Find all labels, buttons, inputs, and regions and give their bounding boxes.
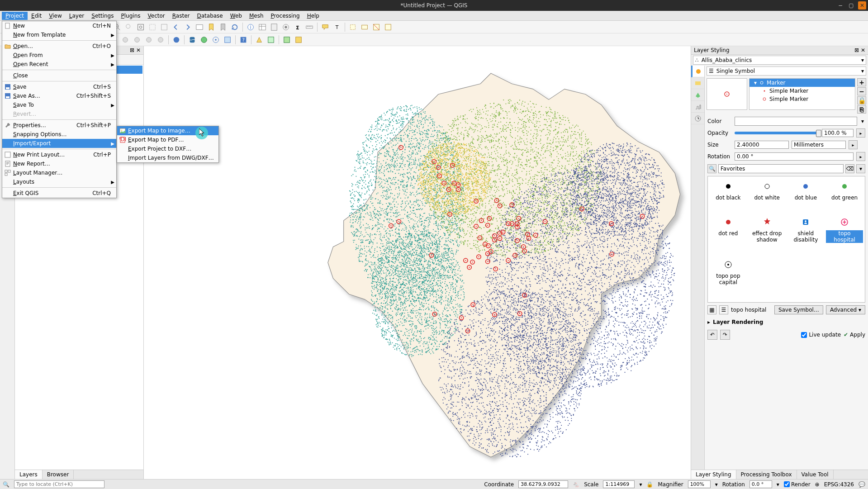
- live-update-checkbox[interactable]: Live update: [801, 332, 841, 338]
- duplicate-symbol-layer-button[interactable]: ⎘: [857, 105, 866, 114]
- menu-item-import-export[interactable]: Import/Export▶: [2, 139, 116, 148]
- opacity-datadef-button[interactable]: ▸: [856, 128, 865, 138]
- scale-lock-icon[interactable]: 🔒: [646, 481, 653, 488]
- view-grid-icon[interactable]: ▦: [707, 305, 716, 314]
- 3d-tab-icon[interactable]: [691, 89, 704, 101]
- add-symbol-layer-button[interactable]: +: [857, 78, 866, 86]
- remove-symbol-layer-button[interactable]: −: [857, 87, 866, 95]
- labels-tab-icon[interactable]: [691, 77, 704, 89]
- plugin-icon-4[interactable]: [281, 34, 292, 45]
- menu-help[interactable]: Help: [304, 12, 323, 20]
- tab-browser[interactable]: Browser: [43, 470, 74, 479]
- menu-view[interactable]: View: [45, 12, 65, 20]
- menu-item-open-[interactable]: Open…Ctrl+O: [2, 42, 116, 51]
- layer-select[interactable]: ∴ Allis_Ababa_clinics ▾: [693, 56, 866, 65]
- help-icon[interactable]: ?: [238, 34, 249, 45]
- menu-database[interactable]: Database: [193, 12, 226, 20]
- plugin-icon-3[interactable]: [266, 34, 276, 45]
- history-tab-icon[interactable]: [691, 113, 704, 124]
- submenu-item-import-layers-from-dwg-dxf-[interactable]: Import Layers from DWG/DXF…: [117, 153, 218, 162]
- locator-icon[interactable]: 🔍: [3, 481, 9, 488]
- redo-style-button[interactable]: ↷: [720, 330, 730, 340]
- rotate-label-icon[interactable]: [143, 34, 154, 45]
- favorite-dot-blue[interactable]: dot blue: [787, 181, 825, 213]
- menu-plugins[interactable]: Plugins: [118, 12, 144, 20]
- menu-processing[interactable]: Processing: [267, 12, 304, 20]
- locator-input[interactable]: [14, 480, 104, 488]
- menu-item-new[interactable]: NewCtrl+N: [2, 21, 116, 30]
- new-map-view-icon[interactable]: [194, 22, 205, 33]
- map-canvas[interactable]: [144, 46, 691, 479]
- messages-icon[interactable]: 💬: [859, 481, 865, 488]
- measure-icon[interactable]: [304, 22, 315, 33]
- menu-mesh[interactable]: Mesh: [246, 12, 267, 20]
- render-checkbox[interactable]: Render: [784, 481, 811, 488]
- rotation-datadef-button[interactable]: ▸: [856, 152, 865, 161]
- favorite-effect-drop-shadow[interactable]: effect drop shadow: [749, 217, 786, 255]
- favorites-search-icon[interactable]: 🔍: [707, 164, 716, 173]
- temp-bookmark-icon[interactable]: [218, 22, 228, 33]
- tab-layers[interactable]: Layers: [15, 470, 43, 479]
- scale-select[interactable]: [603, 480, 635, 488]
- metasearch-icon[interactable]: [171, 34, 182, 45]
- zoom-selection-icon[interactable]: [147, 22, 158, 33]
- menu-item-layout-manager-[interactable]: Layout Manager…: [2, 168, 116, 177]
- submenu-item-export-map-to-image-[interactable]: Export Map to Image…: [117, 126, 218, 135]
- window-close-button[interactable]: ✕: [858, 1, 866, 9]
- menu-settings[interactable]: Settings: [88, 12, 117, 20]
- magnifier-spinbox[interactable]: [688, 480, 711, 488]
- menu-item-new-report-[interactable]: New Report…: [2, 159, 116, 168]
- maptips-icon[interactable]: [320, 22, 331, 33]
- move-label-icon[interactable]: [132, 34, 142, 45]
- view-list-icon[interactable]: ☰: [719, 305, 728, 314]
- tab-value-tool[interactable]: Value Tool: [797, 470, 834, 479]
- plugin-icon-2[interactable]: [254, 34, 265, 45]
- annotation-icon[interactable]: T: [332, 22, 342, 33]
- submenu-item-export-project-to-dxf-[interactable]: Export Project to DXF…: [117, 144, 218, 153]
- deselect-icon[interactable]: [371, 22, 382, 33]
- undo-style-button[interactable]: ↶: [707, 330, 717, 340]
- menu-item-open-recent[interactable]: Open Recent▶: [2, 60, 116, 69]
- favorite-shield-disability[interactable]: shield disability: [787, 217, 825, 255]
- coordinate-display[interactable]: [518, 480, 568, 488]
- marker-tree[interactable]: ▾Marker Simple Marker Simple Marker: [749, 78, 855, 110]
- extents-icon[interactable]: 🐁: [573, 481, 579, 488]
- layer-rendering-header[interactable]: ▸Layer Rendering: [707, 319, 865, 325]
- size-spinbox[interactable]: [735, 141, 789, 149]
- geolocate-icon[interactable]: [210, 34, 221, 45]
- menu-edit[interactable]: Edit: [28, 12, 45, 20]
- zoom-layer-icon[interactable]: [159, 22, 170, 33]
- advanced-button[interactable]: Advanced ▾: [826, 305, 865, 314]
- menu-layer[interactable]: Layer: [66, 12, 88, 20]
- symbology-tab-icon[interactable]: [691, 66, 704, 77]
- menu-item-save-to[interactable]: Save To▶: [2, 100, 116, 109]
- globe-icon[interactable]: [199, 34, 209, 45]
- favorite-dot-red[interactable]: dot red: [710, 217, 747, 255]
- favorite-topo-hospital[interactable]: topo hospital: [826, 217, 863, 255]
- zoom-last-icon[interactable]: [171, 22, 181, 33]
- favorite-dot-white[interactable]: dot white: [749, 181, 786, 213]
- save-symbol-button[interactable]: Save Symbol…: [774, 305, 823, 314]
- menu-item-layouts[interactable]: Layouts▶: [2, 177, 116, 186]
- lock-symbol-layer-button[interactable]: 🔒: [857, 96, 866, 104]
- tab-processing-toolbox[interactable]: Processing Toolbox: [736, 470, 797, 479]
- plugin-icon-5[interactable]: [293, 34, 304, 45]
- layer-styling-close-icon[interactable]: ⊠ ✕: [854, 47, 865, 53]
- diagram-tab-icon[interactable]: [691, 101, 704, 113]
- menu-item-save[interactable]: SaveCtrl+S: [2, 82, 116, 91]
- layers-panel-close-icon[interactable]: ⊠ ✕: [130, 47, 141, 53]
- opacity-slider[interactable]: [735, 132, 819, 134]
- menu-web[interactable]: Web: [227, 12, 246, 20]
- size-datadef-button[interactable]: ▸: [849, 140, 858, 149]
- menu-item-open-from[interactable]: Open From▶: [2, 51, 116, 60]
- zoom-full-icon[interactable]: [135, 22, 146, 33]
- symbol-type-select[interactable]: ☰ Single Symbol ▾: [707, 66, 866, 76]
- show-pinned-icon[interactable]: [120, 34, 131, 45]
- field-calc-icon[interactable]: [269, 22, 280, 33]
- python-console-icon[interactable]: [187, 34, 198, 45]
- attribute-table-icon[interactable]: [257, 22, 268, 33]
- color-swatch[interactable]: [735, 117, 857, 126]
- change-label-icon[interactable]: [155, 34, 166, 45]
- size-unit-select[interactable]: [792, 141, 846, 149]
- window-minimize-button[interactable]: −: [836, 1, 844, 9]
